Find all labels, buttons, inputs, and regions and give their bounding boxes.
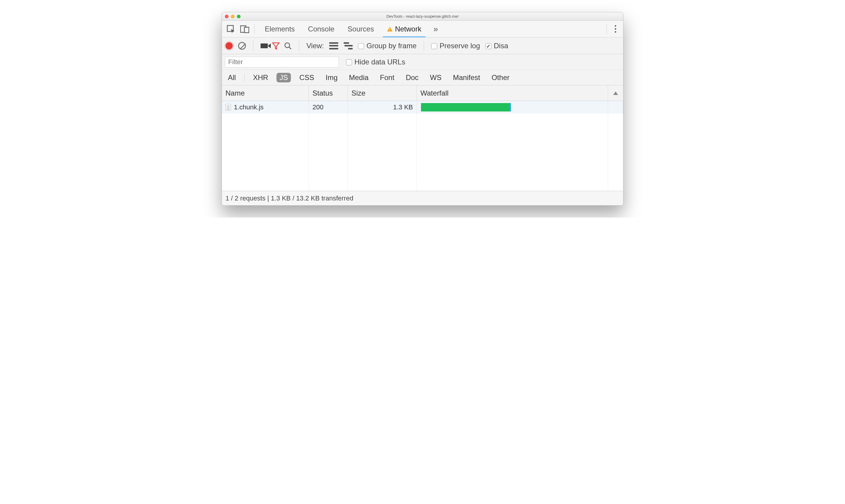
zoom-window-button[interactable]: [237, 15, 241, 18]
type-font[interactable]: Font: [377, 73, 397, 83]
col-label: Waterfall: [420, 89, 448, 97]
traffic-lights: [222, 15, 241, 18]
col-size[interactable]: Size: [348, 85, 417, 101]
type-manifest[interactable]: Manifest: [450, 73, 483, 83]
svg-rect-2: [244, 27, 249, 33]
devtools-window: DevTools - react-lazy-suspense.glitch.me…: [222, 12, 623, 205]
preserve-log-option[interactable]: Preserve log: [431, 42, 480, 50]
option-label: Group by frame: [366, 42, 417, 50]
type-media[interactable]: Media: [346, 73, 371, 83]
panel-tabs: Elements Console Sources Network: [258, 21, 428, 37]
col-label: Status: [313, 89, 333, 97]
network-table: Name Status Size Waterfall 1.chunk.js 20…: [222, 85, 623, 191]
tab-elements[interactable]: Elements: [258, 21, 301, 37]
filter-bar: Hide data URLs: [222, 54, 623, 70]
separator: [299, 40, 299, 51]
checkbox-icon: [486, 43, 491, 49]
cell-size: 1.3 KB: [348, 101, 417, 113]
group-by-frame-option[interactable]: Group by frame: [358, 42, 417, 50]
close-window-button[interactable]: [225, 15, 228, 18]
svg-line-4: [289, 47, 291, 49]
status-bar: 1 / 2 requests | 1.3 KB / 13.2 KB transf…: [222, 191, 623, 205]
tab-console[interactable]: Console: [301, 21, 341, 37]
search-icon[interactable]: [284, 42, 292, 50]
disable-cache-option[interactable]: Disa: [486, 42, 508, 50]
cell-name: 1.chunk.js: [222, 101, 309, 113]
separator: [254, 24, 254, 34]
col-name[interactable]: Name: [222, 85, 309, 101]
col-waterfall[interactable]: Waterfall: [417, 85, 608, 101]
type-all[interactable]: All: [225, 73, 239, 83]
sort-asc-icon: [613, 91, 618, 95]
separator: [244, 73, 245, 82]
separator: [606, 24, 607, 34]
svg-point-3: [285, 43, 290, 48]
large-rows-toggle[interactable]: [329, 42, 338, 50]
separator: [424, 40, 424, 51]
waterfall-toggle[interactable]: [344, 42, 353, 50]
table-header-row: Name Status Size Waterfall: [222, 85, 623, 101]
size-value: 1.3 KB: [393, 103, 413, 111]
network-toolbar: View: Group by frame Preserve log Disa: [222, 37, 623, 54]
waterfall-bar: [421, 103, 509, 111]
resource-type-filters: All XHR JS CSS Img Media Font Doc WS Man…: [222, 70, 623, 85]
type-js[interactable]: JS: [277, 73, 291, 83]
type-ws[interactable]: WS: [427, 73, 445, 83]
col-status[interactable]: Status: [309, 85, 348, 101]
window-title: DevTools - react-lazy-suspense.glitch.me…: [222, 14, 623, 19]
separator: [253, 40, 253, 51]
minimize-window-button[interactable]: [231, 15, 234, 18]
clear-button[interactable]: [238, 42, 246, 50]
tab-label: Elements: [265, 25, 295, 33]
cell-waterfall: [417, 101, 608, 113]
panel-tabbar: Elements Console Sources Network »: [222, 21, 623, 37]
summary-text: 1 / 2 requests | 1.3 KB / 13.2 KB transf…: [226, 195, 353, 202]
view-label: View:: [306, 42, 324, 50]
tab-label: Console: [308, 25, 334, 33]
option-label: Disa: [494, 42, 508, 50]
cell-status: 200: [309, 101, 348, 113]
type-css[interactable]: CSS: [296, 73, 317, 83]
more-tabs-button[interactable]: »: [430, 24, 442, 34]
type-img[interactable]: Img: [323, 73, 341, 83]
option-label: Hide data URLs: [354, 58, 405, 66]
request-name: 1.chunk.js: [234, 103, 264, 111]
hide-data-urls-option[interactable]: Hide data URLs: [346, 58, 405, 66]
warning-icon: [387, 27, 392, 32]
filter-input[interactable]: [225, 57, 339, 68]
cell-spacer: [608, 101, 623, 113]
record-button[interactable]: [226, 42, 233, 50]
checkbox-icon: [346, 59, 352, 65]
col-sort-indicator[interactable]: [608, 85, 623, 101]
capture-screenshots-icon[interactable]: [261, 43, 268, 48]
table-body: 1.chunk.js 200 1.3 KB: [222, 101, 623, 191]
tab-label: Sources: [348, 25, 374, 33]
col-label: Size: [351, 89, 366, 97]
status-value: 200: [313, 103, 323, 111]
device-toolbar-icon[interactable]: [239, 23, 251, 35]
tab-network[interactable]: Network: [381, 21, 428, 37]
inspect-element-icon[interactable]: [225, 23, 237, 35]
col-label: Name: [226, 89, 245, 97]
option-label: Preserve log: [440, 42, 480, 50]
type-other[interactable]: Other: [489, 73, 512, 83]
checkbox-icon: [431, 43, 437, 49]
tab-sources[interactable]: Sources: [341, 21, 381, 37]
filter-icon[interactable]: [272, 42, 280, 50]
type-doc[interactable]: Doc: [403, 73, 422, 83]
table-row[interactable]: 1.chunk.js 200 1.3 KB: [222, 101, 623, 113]
settings-menu-button[interactable]: [611, 23, 620, 35]
file-icon: [226, 104, 231, 111]
tab-label: Network: [395, 25, 421, 33]
column-gridlines: [222, 113, 623, 191]
type-xhr[interactable]: XHR: [250, 73, 271, 83]
titlebar: DevTools - react-lazy-suspense.glitch.me…: [222, 12, 623, 21]
checkbox-icon: [358, 43, 364, 49]
